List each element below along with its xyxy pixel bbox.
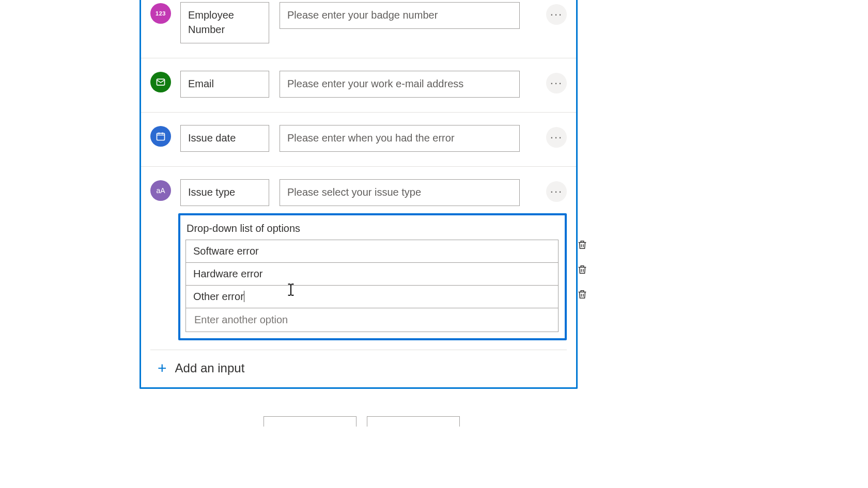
svg-rect-1 — [157, 133, 165, 140]
input-more-button[interactable]: ··· — [546, 73, 567, 93]
icon-text: aA — [156, 186, 165, 195]
option-text: Hardware error — [193, 268, 262, 279]
input-row-employee-number: 123 Employee Number Please enter your ba… — [141, 0, 576, 58]
input-more-button[interactable]: ··· — [546, 181, 567, 202]
delete-option-button[interactable] — [575, 288, 590, 302]
add-input-label: Add an input — [175, 361, 245, 375]
input-description-field[interactable]: Please enter your work e-mail address — [280, 71, 520, 98]
dropdown-options-block: Drop-down list of options Software error… — [178, 213, 567, 340]
dropdown-title: Drop-down list of options — [187, 223, 557, 234]
dropdown-options-list: Software error Hardware error Other erro… — [185, 240, 559, 332]
dropdown-option[interactable]: Other error — [186, 286, 558, 308]
input-name-field[interactable]: Email — [180, 71, 269, 98]
delete-option-button[interactable] — [575, 263, 590, 277]
plus-icon: + — [158, 360, 167, 376]
input-description-field[interactable]: Please enter when you had the error — [280, 125, 520, 152]
dropdown-option[interactable]: Software error — [186, 240, 558, 263]
input-description-field[interactable]: Please select your issue type — [280, 179, 520, 206]
input-name-field[interactable]: Employee Number — [180, 2, 269, 43]
input-more-button[interactable]: ··· — [546, 127, 567, 148]
email-icon — [150, 72, 171, 92]
icon-text: 123 — [156, 10, 166, 17]
input-name-field[interactable]: Issue date — [180, 125, 269, 152]
number-icon: 123 — [150, 3, 171, 24]
option-text: Software error — [193, 245, 259, 257]
calendar-icon — [150, 126, 171, 147]
next-step-box[interactable] — [264, 416, 357, 427]
input-row-email: Email Please enter your work e-mail addr… — [141, 58, 576, 113]
text-case-icon: aA — [150, 180, 171, 201]
add-input-button[interactable]: + Add an input — [141, 350, 576, 378]
option-delete-column — [575, 238, 590, 302]
new-option-input[interactable] — [193, 313, 551, 326]
next-step-box[interactable] — [367, 416, 460, 427]
input-row-issue-type: aA Issue type Please select your issue t… — [141, 167, 576, 213]
dropdown-option[interactable]: Hardware error — [186, 263, 558, 286]
delete-option-button[interactable] — [575, 238, 590, 253]
trigger-card: 123 Employee Number Please enter your ba… — [140, 0, 578, 389]
dropdown-options-panel: Drop-down list of options Software error… — [178, 213, 567, 340]
input-description-field[interactable]: Please enter your badge number — [280, 2, 520, 29]
option-text: Other error — [193, 291, 244, 302]
input-name-field[interactable]: Issue type — [180, 179, 269, 206]
next-step-boxes — [264, 416, 460, 427]
input-row-issue-date: Issue date Please enter when you had the… — [141, 113, 576, 167]
input-more-button[interactable]: ··· — [546, 4, 567, 25]
dropdown-option-new[interactable] — [186, 308, 558, 332]
text-caret — [244, 291, 244, 302]
